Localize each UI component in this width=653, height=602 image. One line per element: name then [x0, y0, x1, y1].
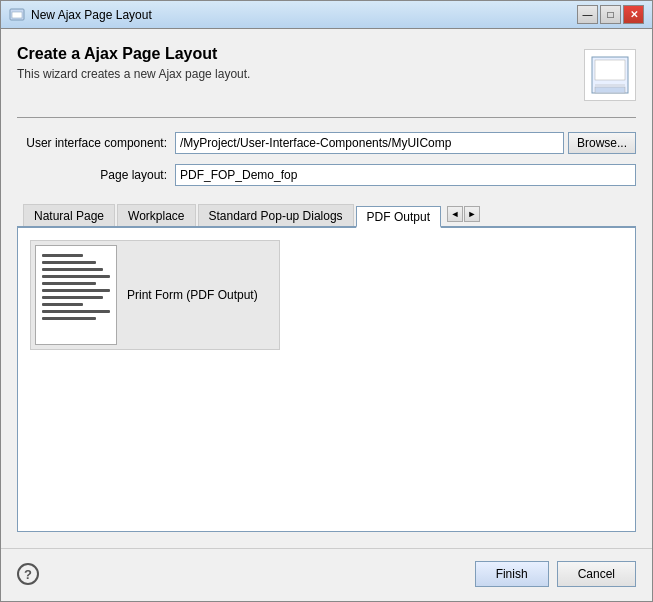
separator	[17, 117, 636, 118]
tab-standard-popup[interactable]: Standard Pop-up Dialogs	[198, 204, 354, 226]
page-layout-label: Page layout:	[17, 168, 167, 182]
tabs-container: Natural Page Workplace Standard Pop-up D…	[17, 204, 636, 532]
svg-rect-1	[12, 12, 22, 18]
tab-content-pdf-output: Print Form (PDF Output)	[17, 228, 636, 532]
tab-workplace[interactable]: Workplace	[117, 204, 195, 226]
cancel-button[interactable]: Cancel	[557, 561, 636, 587]
thumb-line-8	[42, 303, 83, 306]
browse-button[interactable]: Browse...	[568, 132, 636, 154]
window-icon	[9, 7, 25, 23]
dialog-window: New Ajax Page Layout — □ ✕ Create a Ajax…	[0, 0, 653, 602]
pdf-output-item[interactable]: Print Form (PDF Output)	[30, 240, 280, 350]
maximize-button[interactable]: □	[600, 5, 621, 24]
title-bar: New Ajax Page Layout — □ ✕	[1, 1, 652, 29]
tab-nav-buttons: ◄ ►	[447, 206, 480, 222]
thumb-line-5	[42, 282, 96, 285]
dialog-footer: ? Finish Cancel	[1, 548, 652, 601]
svg-rect-5	[595, 87, 625, 93]
title-bar-buttons: — □ ✕	[577, 5, 644, 24]
thumb-line-10	[42, 317, 96, 320]
thumb-line-1	[42, 254, 83, 257]
thumb-line-6	[42, 289, 110, 292]
ui-component-input[interactable]	[175, 132, 564, 154]
page-layout-row: Page layout:	[17, 164, 636, 186]
thumb-line-9	[42, 310, 110, 313]
footer-right-buttons: Finish Cancel	[475, 561, 636, 587]
tab-next-button[interactable]: ►	[464, 206, 480, 222]
dialog-content: Create a Ajax Page Layout This wizard cr…	[1, 29, 652, 548]
thumb-line-2	[42, 261, 96, 264]
ui-component-row: User interface component: Browse...	[17, 132, 636, 154]
pdf-thumbnail	[35, 245, 117, 345]
thumb-line-7	[42, 296, 103, 299]
page-layout-input[interactable]	[175, 164, 636, 186]
tab-natural-page[interactable]: Natural Page	[23, 204, 115, 226]
finish-button[interactable]: Finish	[475, 561, 549, 587]
dialog-header-text: Create a Ajax Page Layout This wizard cr…	[17, 45, 250, 81]
tab-prev-button[interactable]: ◄	[447, 206, 463, 222]
thumb-line-3	[42, 268, 103, 271]
minimize-button[interactable]: —	[577, 5, 598, 24]
tab-pdf-output[interactable]: PDF Output	[356, 206, 441, 228]
window-title: New Ajax Page Layout	[31, 8, 577, 22]
dialog-subtitle: This wizard creates a new Ajax page layo…	[17, 67, 250, 81]
help-button[interactable]: ?	[17, 563, 39, 585]
thumb-line-4	[42, 275, 110, 278]
pdf-item-label: Print Form (PDF Output)	[127, 288, 258, 302]
close-button[interactable]: ✕	[623, 5, 644, 24]
tabs-bar: Natural Page Workplace Standard Pop-up D…	[17, 204, 636, 228]
dialog-title: Create a Ajax Page Layout	[17, 45, 250, 63]
svg-rect-3	[595, 60, 625, 80]
wizard-image	[584, 49, 636, 101]
dialog-header: Create a Ajax Page Layout This wizard cr…	[17, 45, 636, 101]
ui-component-label: User interface component:	[17, 136, 167, 150]
